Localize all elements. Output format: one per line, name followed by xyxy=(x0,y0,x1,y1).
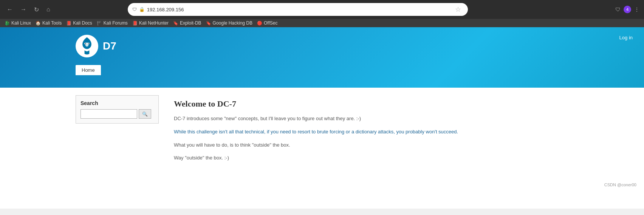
bookmark-kali-linux[interactable]: 🐉 Kali Linux xyxy=(5,20,31,26)
bookmark-kali-forums-label: Kali Forums xyxy=(104,20,128,26)
svg-point-4 xyxy=(88,43,89,44)
bookmark-offsec-label: OffSec xyxy=(264,20,277,26)
lock-icon: 🔒 xyxy=(139,7,145,12)
bookmark-kali-tools-label: Kali Tools xyxy=(42,20,62,26)
footer-watermark: CSDN @coner00 xyxy=(604,183,636,187)
google-hacking-db-icon: 🔖 xyxy=(206,21,211,26)
bookmark-kali-docs[interactable]: 📕 Kali Docs xyxy=(66,20,92,26)
url-text: 192.168.209.156 xyxy=(147,7,450,12)
site-logo xyxy=(76,35,98,57)
bookmark-offsec[interactable]: 🔴 OffSec xyxy=(257,20,277,26)
kali-forums-icon: 🏴 xyxy=(97,21,102,26)
bookmark-kali-forums[interactable]: 🏴 Kali Forums xyxy=(97,20,128,26)
page-wrapper: Log in D7 Home xyxy=(0,27,644,209)
bookmark-kali-tools[interactable]: 🏠 Kali Tools xyxy=(36,20,62,26)
browser-right-controls: 🛡 4 ⋮ xyxy=(615,6,639,13)
bookmark-kali-docs-label: Kali Docs xyxy=(73,20,92,26)
content-paragraph-2: While this challenge isn't all that tech… xyxy=(174,128,561,136)
search-button[interactable]: 🔍 xyxy=(139,109,151,119)
page-footer: CSDN @coner00 xyxy=(0,179,644,191)
login-link[interactable]: Log in xyxy=(619,35,633,40)
main-content-area: Search 🔍 Welcome to DC-7 DC-7 introduces… xyxy=(0,88,644,179)
kali-nethunter-icon: 📕 xyxy=(132,21,138,26)
menu-icon[interactable]: ⋮ xyxy=(634,6,639,12)
site-name: D7 xyxy=(103,40,116,52)
main-content: Welcome to DC-7 DC-7 introduces some "ne… xyxy=(166,95,568,171)
nav-home-button[interactable]: ⌂ xyxy=(44,5,53,14)
content-paragraph-1: DC-7 introduces some "new" concepts, but… xyxy=(174,115,561,123)
page-title: Welcome to DC-7 xyxy=(174,99,561,109)
svg-point-3 xyxy=(85,43,86,44)
bookmark-kali-nethunter-label: Kali NetHunter xyxy=(139,20,169,26)
nav-back-button[interactable]: ← xyxy=(5,5,15,14)
search-input[interactable] xyxy=(80,109,137,119)
bookmark-google-hacking-db-label: Google Hacking DB xyxy=(213,20,252,26)
bookmarks-bar: 🐉 Kali Linux 🏠 Kali Tools 📕 Kali Docs 🏴 … xyxy=(0,19,644,27)
site-branding: D7 xyxy=(76,35,568,65)
sidebar: Search 🔍 xyxy=(76,95,159,171)
drupal-logo-svg xyxy=(77,37,96,56)
nav-refresh-button[interactable]: ↻ xyxy=(32,5,41,14)
profile-badge: 4 xyxy=(624,6,631,13)
browser-chrome: ← → ↻ ⌂ 🛡 🔒 192.168.209.156 ☆ 🛡 4 ⋮ xyxy=(0,0,644,19)
extensions-icon: 🛡 xyxy=(615,6,621,12)
bookmark-exploit-db-label: Exploit-DB xyxy=(180,20,201,26)
bookmark-kali-nethunter[interactable]: 📕 Kali NetHunter xyxy=(132,20,169,26)
search-icon: 🔍 xyxy=(142,111,148,117)
content-paragraph-3: What you will have to do, is to think "o… xyxy=(174,141,561,149)
kali-docs-icon: 📕 xyxy=(66,21,71,26)
bookmark-kali-linux-label: Kali Linux xyxy=(11,20,31,26)
bookmark-google-hacking-db[interactable]: 🔖 Google Hacking DB xyxy=(206,20,252,26)
search-block: Search 🔍 xyxy=(76,95,159,124)
bookmark-exploit-db[interactable]: 🔖 Exploit-DB xyxy=(173,20,201,26)
address-bar[interactable]: 🛡 🔒 192.168.209.156 ☆ xyxy=(128,3,468,16)
kali-tools-icon: 🏠 xyxy=(36,21,41,26)
exploit-db-icon: 🔖 xyxy=(173,21,178,26)
nav-item-home[interactable]: Home xyxy=(76,65,101,75)
kali-linux-icon: 🐉 xyxy=(5,21,10,26)
nav-forward-button[interactable]: → xyxy=(18,5,29,14)
site-header: Log in D7 Home xyxy=(0,27,644,88)
content-paragraph-4: Way "outside" the box. :-) xyxy=(174,154,561,162)
security-icon: 🛡 xyxy=(132,7,137,12)
search-input-wrapper: 🔍 xyxy=(80,109,154,119)
offsec-icon: 🔴 xyxy=(257,21,262,26)
site-nav: Home xyxy=(76,65,568,75)
search-label: Search xyxy=(80,100,154,106)
bookmark-star-button[interactable]: ☆ xyxy=(453,5,463,14)
